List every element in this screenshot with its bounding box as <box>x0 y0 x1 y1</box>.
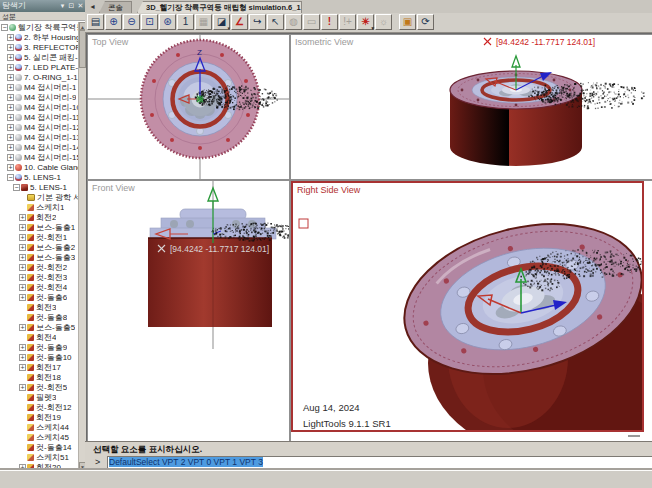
expand-icon[interactable]: + <box>19 384 26 391</box>
dropdown-arrow-icon[interactable]: ▾ <box>371 26 374 30</box>
tree-item[interactable]: +컷-회전4 <box>0 282 78 292</box>
dropdown-arrow-icon[interactable]: ▾ <box>227 26 230 30</box>
expand-icon[interactable]: + <box>7 84 14 91</box>
tree-item[interactable]: 회전4 <box>0 332 78 342</box>
expand-icon[interactable]: + <box>7 124 14 131</box>
tree-item[interactable]: 회전19 <box>0 412 78 422</box>
save-button[interactable]: ▤ <box>87 14 104 30</box>
expand-icon[interactable]: + <box>7 154 14 161</box>
tree-item[interactable]: +컷-회전1 <box>0 232 78 242</box>
expand-icon[interactable]: + <box>19 244 26 251</box>
expand-icon[interactable]: + <box>7 74 14 81</box>
zoom-all-button[interactable]: ⊛ <box>159 14 176 30</box>
tree-item[interactable]: +보스-돌출2 <box>0 242 78 252</box>
alert-button[interactable]: ! <box>321 14 338 30</box>
expand-icon[interactable]: + <box>19 254 26 261</box>
scrollbar-thumb[interactable] <box>79 30 86 68</box>
simulation-box-button[interactable]: ▣ <box>399 14 416 30</box>
tree-item[interactable]: +5. 실리콘 패킹-1 <box>0 52 78 62</box>
tree-item[interactable]: +M4 접시머리-10 <box>0 102 78 112</box>
tree-item[interactable]: 컷-회전12 <box>0 402 78 412</box>
expand-icon[interactable]: + <box>7 164 14 171</box>
viewport-resize-handle[interactable] <box>628 435 640 437</box>
tree-item[interactable]: 스케치1 <box>0 202 78 212</box>
expand-icon[interactable]: + <box>7 104 14 111</box>
raytrace-off-button[interactable]: ☼ <box>375 14 392 30</box>
expand-icon[interactable]: + <box>7 54 14 61</box>
tree-item[interactable]: 스케치44 <box>0 422 78 432</box>
tab-simulation-document[interactable]: 3D_헬기장 착륙구역등 매립형 simulation.6_1 <box>137 1 302 13</box>
tree-item[interactable]: +컷-돌출9 <box>0 342 78 352</box>
expand-icon[interactable]: + <box>19 284 26 291</box>
tree-item[interactable]: −5. LENS-1 <box>0 172 78 182</box>
tree-item[interactable]: 컷-돌출14 <box>0 442 78 452</box>
tab-scroll-left-icon[interactable]: ◂ <box>87 1 98 12</box>
expand-icon[interactable]: + <box>7 114 14 121</box>
tree-item[interactable]: 기본 광학 세팅 <box>0 192 78 202</box>
view-3d-button[interactable]: ◪▾ <box>213 14 230 30</box>
tree-item[interactable]: −5. LENS-1 <box>0 182 78 192</box>
single-view-button[interactable]: 1 <box>177 14 194 30</box>
tree-item[interactable]: +보스-돌출5 <box>0 322 78 332</box>
tree-item[interactable]: 스케치51 <box>0 452 78 462</box>
tree-item[interactable]: +M4 접시머리-12 <box>0 122 78 132</box>
tree-item[interactable]: 컷-돌출8 <box>0 312 78 322</box>
tab-console[interactable]: 콘솔 <box>99 1 132 13</box>
expand-icon[interactable]: + <box>7 144 14 151</box>
tree-item[interactable]: +회전20 <box>0 462 78 470</box>
zoom-window-button[interactable]: ⊡ <box>141 14 158 30</box>
tree-item[interactable]: +컷-회전2 <box>0 262 78 272</box>
collapse-icon[interactable]: − <box>1 24 8 31</box>
tree-item[interactable]: 회전18 <box>0 372 78 382</box>
viewport-front[interactable]: Front View <box>88 181 289 441</box>
select-button[interactable]: ↖ <box>267 14 284 30</box>
viewport-isometric[interactable]: Isometric View <box>291 35 652 179</box>
expand-icon[interactable]: + <box>19 274 26 281</box>
tree-item[interactable]: +보스-돌출3 <box>0 252 78 262</box>
expand-icon[interactable]: + <box>19 234 26 241</box>
tree-item[interactable]: +M4 접시머리-11 <box>0 112 78 122</box>
tree-item[interactable]: +3. REFLECTOR-1 <box>0 42 78 52</box>
rotate-object-button[interactable]: ⟳ <box>417 14 434 30</box>
lens-tool-button[interactable]: ◍ <box>285 14 302 30</box>
expand-icon[interactable]: + <box>7 94 14 101</box>
tree-item[interactable]: +M4 접시머리-13 <box>0 132 78 142</box>
tree-scrollbar[interactable]: ▲ ▼ <box>78 22 86 470</box>
command-input[interactable]: DefaultSelect VPT 2 VPT 0 VPT 1 VPT 3 <box>107 456 652 469</box>
tree-item[interactable]: 스케치45 <box>0 432 78 442</box>
tree-item[interactable]: +2. 하부 Housing-1 <box>0 32 78 42</box>
quad-view-button[interactable]: ▦ <box>195 14 212 30</box>
pan-rotate-button[interactable]: ↪ <box>249 14 266 30</box>
tree-item[interactable]: 필렛3 <box>0 392 78 402</box>
panel-minimize-icon[interactable]: ▾ <box>58 0 67 12</box>
expand-icon[interactable]: + <box>19 344 26 351</box>
expand-icon[interactable]: + <box>7 34 14 41</box>
expand-icon[interactable]: + <box>7 64 14 71</box>
zoom-in-button[interactable]: ⊕ <box>105 14 122 30</box>
expand-icon[interactable]: + <box>19 364 26 371</box>
expand-icon[interactable]: + <box>19 354 26 361</box>
tree-item[interactable]: 회전3 <box>0 302 78 312</box>
panel-dock-icon[interactable]: ⊡ <box>67 0 76 12</box>
tree-item[interactable]: +컷-회전5 <box>0 382 78 392</box>
tree-item[interactable]: +M4 접시머리-9 <box>0 92 78 102</box>
tree-item[interactable]: +보스-돌출1 <box>0 222 78 232</box>
collapse-icon[interactable]: − <box>7 174 14 181</box>
expand-icon[interactable]: + <box>7 134 14 141</box>
tree-item[interactable]: +컷-돌출10 <box>0 352 78 362</box>
viewport-top[interactable]: Top View <box>88 35 289 179</box>
tree-item[interactable]: −헬기장 착륙구역등 매립형 <box>0 22 78 32</box>
alert-add-button[interactable]: !+ <box>339 14 356 30</box>
panel-close-icon[interactable]: ✕ <box>76 0 85 12</box>
expand-icon[interactable]: + <box>19 224 26 231</box>
navigator-tab-components[interactable]: 성분 <box>0 12 85 21</box>
viewport-right-side[interactable]: Right Side View <box>291 181 652 441</box>
raytrace-button[interactable]: ☀▾ <box>357 14 374 30</box>
tree-item[interactable]: +7. O-RING_1-1 <box>0 72 78 82</box>
tree-item[interactable]: +컷-회전3 <box>0 272 78 282</box>
axes-button[interactable]: ∠ <box>231 14 248 30</box>
expand-icon[interactable]: + <box>7 44 14 51</box>
tree-item[interactable]: +M4 접시머리-1 <box>0 82 78 92</box>
tree-item[interactable]: +10. Cable Gland.stp <box>0 162 78 172</box>
expand-icon[interactable]: + <box>19 294 26 301</box>
